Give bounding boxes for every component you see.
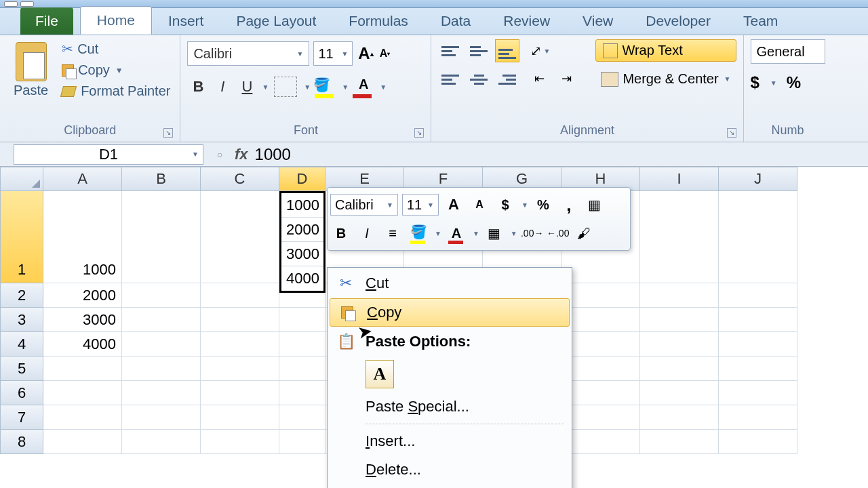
cell[interactable]: [640, 405, 719, 430]
tab-developer[interactable]: Developer: [629, 7, 727, 35]
ctx-clear-contents[interactable]: Clear Contents: [329, 484, 570, 488]
mini-comma[interactable]: ,: [558, 194, 580, 216]
bold-button[interactable]: B: [187, 75, 209, 98]
cell-h4[interactable]: [561, 332, 640, 357]
cell[interactable]: [201, 381, 279, 405]
mini-bold[interactable]: B: [330, 222, 352, 244]
row-header-1[interactable]: 1: [0, 191, 43, 283]
tab-team[interactable]: Team: [727, 7, 794, 35]
col-header-i[interactable]: I: [640, 167, 719, 191]
cell-j2[interactable]: [719, 283, 797, 308]
row-header-2[interactable]: 2: [0, 283, 43, 308]
paste-button[interactable]: Paste: [7, 39, 55, 122]
ctx-insert[interactable]: Insert...: [329, 427, 570, 455]
row-header-7[interactable]: 7: [0, 405, 43, 430]
ctx-cut[interactable]: ✂ Cut: [329, 269, 570, 298]
cell-b2[interactable]: [122, 283, 201, 308]
grow-font-button[interactable]: A▴: [357, 43, 374, 64]
cell[interactable]: [279, 430, 326, 454]
mini-font-select[interactable]: Calibri▼: [330, 194, 398, 216]
row-header-4[interactable]: 4: [0, 332, 43, 357]
mini-grow-font[interactable]: A: [443, 194, 465, 216]
underline-button[interactable]: U: [236, 75, 258, 98]
cell-j3[interactable]: [719, 308, 797, 332]
cell-d4[interactable]: [279, 332, 326, 357]
mini-size-select[interactable]: 11▼: [402, 194, 439, 216]
mini-currency[interactable]: $: [494, 194, 516, 216]
col-header-d[interactable]: D: [279, 167, 326, 191]
cell[interactable]: [43, 381, 122, 405]
mini-increase-decimal[interactable]: .00→: [521, 222, 543, 244]
cell[interactable]: [43, 430, 122, 454]
cell-c4[interactable]: [201, 332, 279, 357]
cell-c1[interactable]: [201, 191, 279, 283]
chevron-down-icon[interactable]: ▼: [342, 83, 349, 91]
cell[interactable]: [43, 405, 122, 430]
cell[interactable]: [719, 381, 797, 405]
cell[interactable]: [561, 405, 640, 430]
currency-button[interactable]: $: [751, 73, 760, 92]
fill-color-button[interactable]: 🪣: [313, 77, 338, 97]
ctx-paste-keep-text[interactable]: A: [366, 360, 394, 388]
copy-button[interactable]: Copy ▼: [59, 61, 173, 79]
mini-format-cells[interactable]: ▦: [584, 194, 606, 216]
cell[interactable]: [640, 430, 719, 454]
cell[interactable]: [122, 405, 201, 430]
cell[interactable]: [201, 357, 279, 381]
cell[interactable]: [122, 357, 201, 381]
cut-button[interactable]: ✂ Cut: [59, 39, 173, 58]
font-color-button[interactable]: A: [351, 77, 376, 97]
row-header-5[interactable]: 5: [0, 357, 43, 381]
cell[interactable]: [279, 381, 326, 405]
worksheet-grid[interactable]: A B C D E F G H I J 1 1000 2 2000: [0, 167, 868, 454]
mini-decrease-decimal[interactable]: ←.00: [547, 222, 569, 244]
align-left-button[interactable]: [438, 68, 462, 91]
cell[interactable]: [122, 381, 201, 405]
dialog-launcher-icon[interactable]: ↘: [414, 128, 424, 138]
select-all-corner[interactable]: [0, 167, 43, 191]
col-header-c[interactable]: C: [201, 167, 279, 191]
cell-d2-value[interactable]: 2000: [281, 218, 323, 242]
cell[interactable]: [640, 357, 719, 381]
cell-d1-value[interactable]: 1000: [281, 193, 323, 218]
cell[interactable]: [561, 381, 640, 405]
tab-review[interactable]: Review: [487, 7, 566, 35]
cell[interactable]: [719, 357, 797, 381]
cancel-formula-button[interactable]: ○: [210, 146, 229, 163]
cell-c3[interactable]: [201, 308, 279, 332]
increase-indent-button[interactable]: ⇥: [555, 68, 578, 89]
percent-button[interactable]: %: [787, 73, 801, 92]
cell-d3-value[interactable]: 3000: [281, 242, 323, 266]
font-name-select[interactable]: Calibri ▼: [187, 41, 309, 66]
cell-i3[interactable]: [640, 308, 719, 332]
tab-insert[interactable]: Insert: [152, 7, 220, 35]
number-format-select[interactable]: General: [751, 39, 825, 64]
col-header-b[interactable]: B: [122, 167, 201, 191]
tab-page-layout[interactable]: Page Layout: [220, 7, 332, 35]
wrap-text-button[interactable]: Wrap Text: [595, 39, 736, 62]
cell-c2[interactable]: [201, 283, 279, 308]
cell[interactable]: [561, 430, 640, 454]
shrink-font-button[interactable]: A▾: [376, 43, 393, 64]
tab-file[interactable]: File: [20, 7, 73, 35]
align-middle-button[interactable]: [467, 39, 491, 62]
cell-j4[interactable]: [719, 332, 797, 357]
chevron-down-icon[interactable]: ▼: [262, 83, 269, 91]
cell-b1[interactable]: [122, 191, 201, 283]
cell-i1[interactable]: [640, 191, 719, 283]
cell-i4[interactable]: [640, 332, 719, 357]
mini-font-color[interactable]: A: [446, 222, 467, 244]
mini-align-center[interactable]: ≡: [382, 222, 403, 244]
borders-button[interactable]: [274, 77, 297, 97]
mini-percent[interactable]: %: [532, 194, 554, 216]
chevron-down-icon[interactable]: ▼: [304, 83, 311, 91]
mini-fill-color[interactable]: 🪣: [408, 222, 429, 244]
tab-formulas[interactable]: Formulas: [332, 7, 425, 35]
row-header-8[interactable]: 8: [0, 430, 43, 454]
cell-h2[interactable]: [561, 283, 640, 308]
merge-center-button[interactable]: Merge & Center ▼: [595, 68, 736, 89]
cell-d3[interactable]: [279, 308, 326, 332]
cell[interactable]: [719, 405, 797, 430]
dialog-launcher-icon[interactable]: ↘: [727, 128, 736, 138]
row-header-6[interactable]: 6: [0, 381, 43, 405]
